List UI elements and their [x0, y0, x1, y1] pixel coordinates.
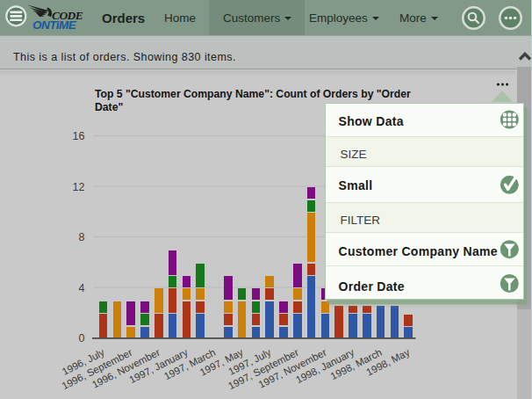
svg-text:8: 8 [79, 231, 85, 243]
svg-text:0: 0 [79, 332, 85, 345]
svg-text:16: 16 [73, 130, 85, 142]
svg-text:4: 4 [79, 282, 85, 294]
svg-text:12: 12 [73, 181, 85, 193]
